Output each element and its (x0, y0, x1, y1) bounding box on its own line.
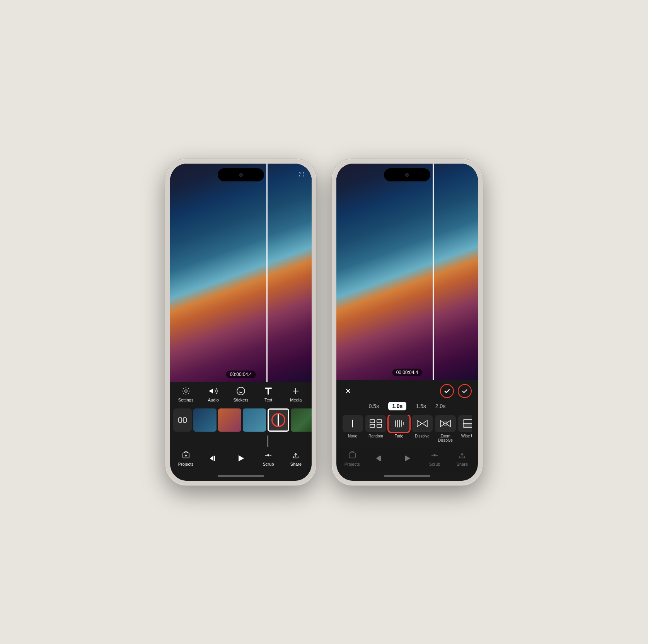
share-icon-1 (291, 450, 301, 460)
svg-rect-42 (380, 456, 381, 461)
svg-marker-34 (440, 420, 445, 427)
timeline-strip-1[interactable] (170, 405, 312, 436)
share-label-1: Share (290, 462, 302, 466)
transition-dissolve[interactable]: Dissolve (412, 415, 432, 438)
play-button-1[interactable] (231, 453, 251, 463)
duration-1.5s[interactable]: 1.5s (416, 403, 426, 409)
scrub-icon-1 (263, 450, 273, 460)
none-label: None (348, 434, 357, 438)
scrub-button-2[interactable]: Scrub (425, 450, 445, 466)
skip-back-icon-2 (375, 453, 385, 463)
transition-header: ✕ (343, 384, 472, 398)
transition-none[interactable]: None (343, 415, 363, 438)
scrub-icon-2 (430, 450, 440, 460)
toolbar-audio[interactable]: Audio (203, 386, 223, 402)
close-button[interactable]: ✕ (343, 386, 353, 396)
projects-icon-1 (181, 450, 191, 460)
expand-icon[interactable] (296, 168, 307, 179)
toolbar-media[interactable]: Media (286, 386, 306, 402)
clip-selected-transition[interactable] (268, 408, 289, 432)
clip-landscape[interactable] (291, 408, 312, 432)
transition-panel: ✕ (336, 380, 478, 447)
text-icon (263, 386, 273, 396)
apply-button[interactable] (458, 384, 472, 398)
toolbar-text[interactable]: Text (258, 386, 278, 402)
share-icon-2 (457, 450, 467, 460)
svg-rect-40 (349, 453, 355, 458)
dynamic-island (218, 168, 264, 181)
scrub-label-1: Scrub (263, 462, 274, 466)
media-add-icon (291, 386, 301, 396)
transition-fade[interactable]: Fade (389, 415, 409, 438)
skip-back-button-2[interactable] (370, 453, 390, 463)
random-label: Random (368, 434, 383, 438)
transition-zoom-dissolve[interactable]: Zoom Dissolve (435, 415, 455, 442)
video-preview-1: 00:00:04.4 (170, 164, 312, 382)
stickers-icon (236, 386, 246, 396)
projects-button-2[interactable]: Projects (342, 450, 362, 466)
transition-wipe-up[interactable]: Wipe Up (459, 415, 472, 438)
toolbar-1: Settings Audio (170, 382, 312, 405)
clip-2[interactable] (218, 408, 241, 432)
playhead-divider-2 (433, 164, 434, 380)
transition-random[interactable]: Random (366, 415, 386, 438)
svg-marker-32 (417, 420, 422, 427)
svg-rect-39 (463, 424, 472, 427)
scrub-button-1[interactable]: Scrub (258, 450, 278, 466)
toolbar-stickers[interactable]: Stickers (231, 386, 251, 402)
scrub-label-2: Scrub (429, 462, 440, 466)
share-button-2[interactable]: Share (452, 450, 472, 466)
wipe-up-label: Wipe Up (461, 434, 472, 438)
audio-icon (208, 386, 218, 396)
front-camera (239, 173, 243, 177)
svg-rect-6 (268, 389, 269, 395)
projects-label-2: Projects (344, 462, 360, 466)
settings-icon (181, 386, 191, 396)
merge-clips-icon[interactable] (173, 408, 192, 432)
projects-button-1[interactable]: Projects (176, 450, 196, 466)
projects-icon-2 (347, 450, 357, 460)
duration-2.0s[interactable]: 2.0s (435, 403, 445, 409)
phone-2: 00:00:04.4 ✕ (332, 159, 483, 485)
home-indicator-1 (170, 473, 312, 481)
play-button-2[interactable] (397, 453, 417, 463)
duration-0.5s[interactable]: 0.5s (369, 403, 379, 409)
dissolve-label: Dissolve (415, 434, 430, 438)
svg-point-18 (268, 454, 269, 456)
svg-marker-17 (239, 455, 244, 461)
svg-marker-43 (405, 455, 410, 461)
bottom-controls-1: Projects (170, 447, 312, 473)
svg-marker-1 (210, 388, 213, 394)
svg-marker-15 (210, 456, 213, 461)
transitions-grid: None Random (343, 415, 472, 445)
zoom-dissolve-icon-box (435, 415, 456, 432)
skip-back-button-1[interactable] (203, 453, 223, 463)
fade-icon-box (389, 415, 409, 432)
toolbar-settings[interactable]: Settings (176, 386, 196, 402)
apply-all-button[interactable] (440, 384, 454, 398)
random-icon-box (365, 415, 386, 432)
svg-marker-33 (423, 420, 427, 427)
transition-marker (278, 414, 279, 426)
svg-point-44 (434, 454, 435, 456)
svg-rect-26 (377, 424, 382, 427)
stickers-label: Stickers (233, 398, 248, 402)
projects-label-1: Projects (178, 462, 194, 466)
playhead-divider-1 (266, 164, 268, 382)
svg-rect-25 (377, 420, 382, 423)
clip-3[interactable] (243, 408, 266, 432)
duration-selector: 0.5s 1.0s 1.5s 2.0s (343, 402, 472, 410)
zoom-dissolve-label: Zoom Dissolve (435, 434, 455, 442)
timestamp-badge-2: 00:00:04.4 (392, 369, 422, 376)
svg-rect-16 (214, 456, 215, 461)
skip-back-icon-1 (208, 453, 218, 463)
wipe-up-icon-box (458, 415, 472, 432)
clip-1[interactable] (193, 408, 217, 432)
dynamic-island-2 (384, 168, 430, 181)
svg-rect-9 (179, 418, 182, 422)
share-button-1[interactable]: Share (286, 450, 306, 466)
dissolve-icon-box (412, 415, 433, 432)
front-camera-2 (405, 173, 409, 177)
duration-1.0s-active[interactable]: 1.0s (388, 402, 406, 410)
svg-point-0 (185, 390, 187, 392)
